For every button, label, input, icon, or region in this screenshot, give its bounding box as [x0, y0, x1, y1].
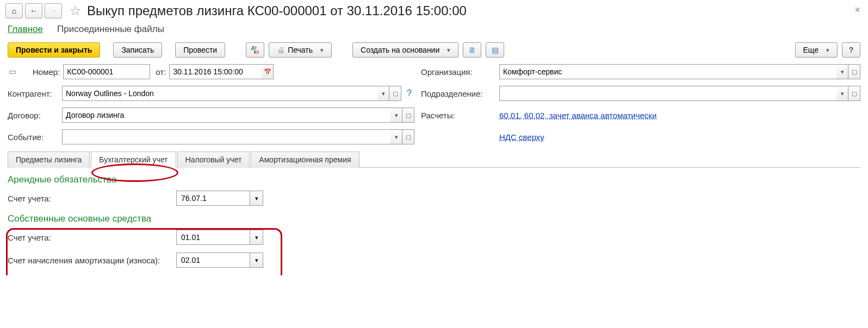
tab-leasing-items[interactable]: Предметы лизинга	[8, 152, 90, 168]
section-own-fixed-assets: Собственные основные средства	[8, 213, 860, 224]
organization-field[interactable]	[499, 64, 836, 79]
event-field[interactable]	[62, 129, 390, 144]
page-title: Выкуп предметов лизинга КС00-000001 от 3…	[87, 3, 467, 18]
help-hint-icon[interactable]: ?	[407, 89, 412, 98]
open-icon[interactable]: ▢	[848, 64, 860, 79]
account-field-own-asset[interactable]	[176, 230, 250, 245]
post-and-close-button[interactable]: Провести и закрыть	[8, 42, 100, 58]
contract-field[interactable]	[62, 108, 390, 123]
document-icon: 🗎	[468, 46, 476, 54]
more-label: Еще	[803, 46, 819, 54]
account-field-rental[interactable]	[176, 191, 250, 206]
number-field[interactable]	[63, 64, 150, 79]
nav-attached-files[interactable]: Присоединенные файлы	[57, 24, 164, 35]
dtkt-icon: Дт Кт	[251, 46, 259, 54]
calendar-icon[interactable]: 📅	[262, 64, 274, 79]
settlements-label: Расчеты:	[421, 111, 496, 120]
date-field[interactable]	[169, 64, 262, 79]
home-button[interactable]: ⌂	[5, 3, 23, 18]
date-label: от:	[156, 67, 166, 77]
division-field[interactable]	[499, 86, 836, 101]
open-icon[interactable]: ▢	[848, 86, 860, 101]
list-icon: ▤	[492, 46, 499, 54]
printer-icon: 🖨	[277, 46, 284, 54]
create-based-on-label: Создать на основании	[361, 46, 439, 54]
nav-forward-button[interactable]: →	[45, 3, 62, 18]
vat-link[interactable]: НДС сверху	[499, 133, 544, 142]
create-based-on-button[interactable]: Создать на основании	[352, 42, 458, 58]
tab-depreciation-bonus[interactable]: Амортизационная премия	[251, 152, 359, 168]
dropdown-icon[interactable]: ▾	[836, 86, 848, 101]
tab-tax[interactable]: Налоговый учет	[177, 152, 250, 168]
depreciation-account-label: Счет начисления амортизации (износа):	[8, 256, 176, 265]
tab-accounting[interactable]: Бухгалтерский учет	[91, 152, 176, 168]
nav-pages: Главное Присоединенные файлы	[0, 20, 868, 38]
event-label: Событие:	[8, 133, 59, 142]
settlements-link[interactable]: 60.01, 60.02, зачет аванса автоматически	[499, 111, 656, 120]
open-icon[interactable]: ▢	[402, 108, 414, 123]
close-icon[interactable]: ×	[854, 4, 860, 16]
dropdown-icon[interactable]: ▾	[390, 108, 402, 123]
structure-button[interactable]: ▤	[486, 42, 504, 58]
dropdown-icon[interactable]: ▾	[250, 230, 263, 245]
arrow-left-icon: ←	[30, 7, 38, 15]
sub-tabs: Предметы лизинга Бухгалтерский учет Нало…	[8, 151, 860, 168]
section-rental-obligations: Арендные обязательства	[8, 174, 860, 185]
related-docs-button[interactable]: 🗎	[463, 42, 481, 58]
dropdown-icon[interactable]: ▾	[377, 86, 389, 101]
contragent-label: Контрагент:	[8, 89, 59, 98]
depreciation-account-field[interactable]	[176, 253, 250, 268]
print-button[interactable]: 🖨 Печать	[269, 42, 332, 58]
favorite-star-icon[interactable]: ☆	[70, 3, 82, 18]
dropdown-icon[interactable]: ▾	[836, 64, 848, 79]
post-button[interactable]: Провести	[175, 42, 225, 58]
contragent-field[interactable]	[62, 86, 377, 101]
movements-button[interactable]: Дт Кт	[246, 42, 264, 58]
open-icon[interactable]: ▢	[389, 86, 401, 101]
nav-main[interactable]: Главное	[8, 24, 43, 35]
dropdown-icon[interactable]: ▾	[250, 191, 263, 206]
account-label-1: Счет учета:	[8, 194, 176, 203]
write-button[interactable]: Записать	[113, 42, 162, 58]
print-label: Печать	[288, 46, 313, 54]
header-bar: ⌂ ← → ☆ Выкуп предметов лизинга КС00-000…	[0, 0, 868, 20]
number-label: Номер:	[33, 67, 60, 77]
note-icon[interactable]: ▭	[8, 67, 17, 77]
more-button[interactable]: Еще	[795, 42, 838, 58]
home-icon: ⌂	[12, 7, 16, 15]
dropdown-icon[interactable]: ▾	[250, 253, 263, 268]
contract-label: Договор:	[8, 111, 59, 120]
division-label: Подразделение:	[421, 89, 496, 98]
open-icon[interactable]: ▢	[402, 129, 414, 144]
account-label-2: Счет учета:	[8, 233, 176, 242]
form-area: ▭ Номер: от: 📅 Организация: ▾ ▢ Контраге…	[0, 64, 868, 268]
help-button[interactable]: ?	[842, 42, 860, 58]
toolbar: Провести и закрыть Записать Провести Дт …	[0, 38, 868, 64]
nav-back-button[interactable]: ←	[25, 3, 42, 18]
arrow-right-icon: →	[49, 7, 57, 15]
organization-label: Организация:	[421, 67, 496, 77]
dropdown-icon[interactable]: ▾	[390, 129, 402, 144]
